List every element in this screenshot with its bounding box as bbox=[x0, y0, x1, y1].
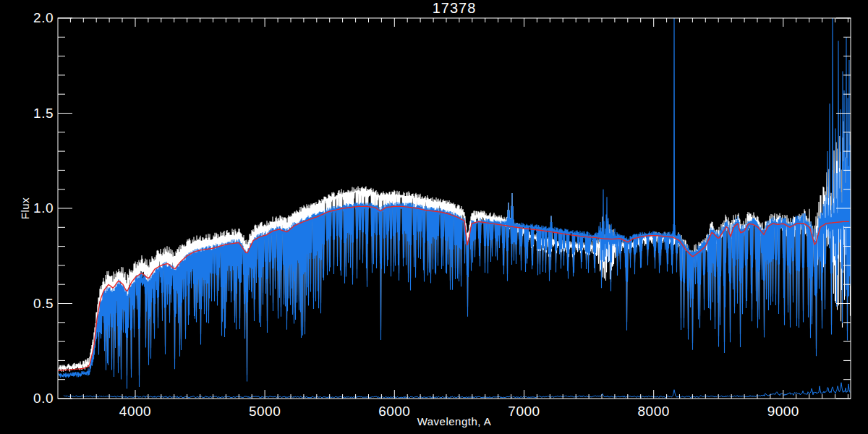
x-tick-label: 9000 bbox=[767, 404, 799, 419]
y-tick-label: 0.5 bbox=[33, 296, 54, 311]
x-tick-label: 8000 bbox=[638, 404, 670, 419]
spectrum-chart: 4000500060007000800090000.00.51.01.52.0 … bbox=[0, 0, 868, 434]
x-tick-label: 6000 bbox=[378, 404, 410, 419]
error-spectrum-line bbox=[64, 383, 850, 398]
series-layer bbox=[58, 3, 851, 398]
observed-spectrum-blue-line bbox=[59, 3, 851, 389]
x-tick-label: 4000 bbox=[119, 404, 151, 419]
y-axis-label: Flux bbox=[19, 197, 31, 219]
x-axis-label: Wavelength, A bbox=[417, 415, 492, 427]
y-tick-label: 1.5 bbox=[33, 106, 54, 121]
y-tick-label: 0.0 bbox=[33, 391, 54, 406]
spectrum-plot-canvas: 4000500060007000800090000.00.51.01.52.0 … bbox=[0, 0, 868, 434]
x-tick-label: 7000 bbox=[508, 404, 540, 419]
y-tick-label: 2.0 bbox=[33, 10, 54, 25]
chart-title: 17378 bbox=[433, 0, 477, 16]
y-tick-label: 1.0 bbox=[33, 200, 54, 216]
x-tick-label: 5000 bbox=[249, 404, 281, 419]
